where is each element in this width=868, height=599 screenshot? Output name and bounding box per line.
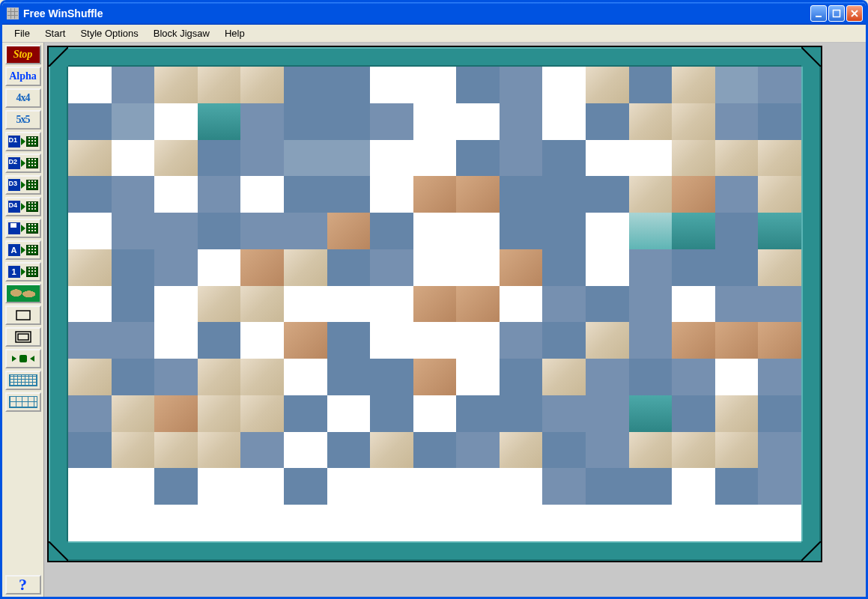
- puzzle-tile[interactable]: [456, 395, 500, 432]
- puzzle-tile[interactable]: [456, 213, 500, 249]
- puzzle-tile[interactable]: [629, 432, 673, 469]
- puzzle-tile[interactable]: [112, 286, 155, 323]
- stop-button[interactable]: Stop: [5, 45, 41, 64]
- puzzle-tile[interactable]: [370, 103, 413, 140]
- puzzle-tile[interactable]: [500, 140, 543, 177]
- swap-horizontal-button[interactable]: [5, 349, 41, 368]
- puzzle-tile[interactable]: [715, 286, 759, 323]
- puzzle-tile[interactable]: [198, 322, 241, 359]
- puzzle-tile[interactable]: [456, 432, 500, 469]
- puzzle-tile[interactable]: [629, 286, 673, 323]
- puzzle-tile[interactable]: [154, 359, 198, 395]
- letter-grid-button[interactable]: A: [5, 240, 41, 260]
- puzzle-tile[interactable]: [240, 176, 284, 213]
- puzzle-tile[interactable]: [68, 468, 112, 505]
- puzzle-tile[interactable]: [154, 468, 198, 505]
- puzzle-tile[interactable]: [198, 103, 241, 140]
- puzzle-tile[interactable]: [542, 249, 586, 286]
- puzzle-tile[interactable]: [240, 213, 284, 249]
- puzzle-tile[interactable]: [154, 176, 198, 213]
- puzzle-tile[interactable]: [68, 213, 112, 249]
- puzzle-tile[interactable]: [370, 140, 413, 177]
- menu-style-options[interactable]: Style Options: [73, 26, 145, 40]
- puzzle-tile[interactable]: [586, 359, 629, 395]
- puzzle-tile[interactable]: [672, 249, 715, 286]
- puzzle-tile[interactable]: [456, 359, 500, 395]
- puzzle-tile[interactable]: [456, 67, 500, 103]
- puzzle-tile[interactable]: [370, 432, 413, 469]
- puzzle-tile[interactable]: [715, 322, 759, 359]
- puzzle-tile[interactable]: [68, 505, 112, 541]
- puzzle-tile[interactable]: [240, 322, 284, 359]
- puzzle-tile[interactable]: [112, 213, 155, 249]
- puzzle-tile[interactable]: [672, 468, 715, 505]
- puzzle-tile[interactable]: [154, 67, 198, 103]
- puzzle-tile[interactable]: [198, 176, 241, 213]
- puzzle-tile[interactable]: [758, 359, 801, 395]
- puzzle-tile[interactable]: [758, 395, 801, 432]
- puzzle-tile[interactable]: [500, 359, 543, 395]
- puzzle-tile[interactable]: [586, 468, 629, 505]
- puzzle-tile[interactable]: [542, 176, 586, 213]
- puzzle-tile[interactable]: [629, 103, 673, 140]
- puzzle-tile[interactable]: [112, 359, 155, 395]
- puzzle-tile[interactable]: [198, 359, 241, 395]
- alpha-button[interactable]: Alpha: [5, 67, 41, 86]
- puzzle-tile[interactable]: [198, 213, 241, 249]
- puzzle-tile[interactable]: [672, 67, 715, 103]
- puzzle-tile[interactable]: [586, 176, 629, 213]
- puzzle-tile[interactable]: [240, 359, 284, 395]
- puzzle-tile[interactable]: [154, 432, 198, 469]
- puzzle-tile[interactable]: [240, 103, 284, 140]
- puzzle-tile[interactable]: [413, 395, 457, 432]
- puzzle-tile[interactable]: [542, 286, 586, 323]
- puzzle-tile[interactable]: [542, 505, 586, 541]
- puzzle-tile[interactable]: [500, 213, 543, 249]
- puzzle-tile[interactable]: [327, 286, 371, 323]
- puzzle-tile[interactable]: [370, 395, 413, 432]
- puzzle-tile[interactable]: [284, 213, 327, 249]
- puzzle-tile[interactable]: [154, 140, 198, 177]
- puzzle-tile[interactable]: [500, 249, 543, 286]
- puzzle-tile[interactable]: [715, 103, 759, 140]
- puzzle-tile[interactable]: [112, 432, 155, 469]
- puzzle-tile[interactable]: [284, 432, 327, 469]
- puzzle-tile[interactable]: [284, 395, 327, 432]
- puzzle-tile[interactable]: [715, 213, 759, 249]
- puzzle-tile[interactable]: [500, 286, 543, 323]
- puzzle-tile[interactable]: [456, 286, 500, 323]
- puzzle-tile[interactable]: [672, 213, 715, 249]
- help-button[interactable]: ?: [5, 575, 41, 595]
- puzzle-tile[interactable]: [198, 395, 241, 432]
- rect-frame-button[interactable]: [5, 327, 41, 347]
- puzzle-tile[interactable]: [68, 103, 112, 140]
- puzzle-tile[interactable]: [542, 359, 586, 395]
- puzzle-tile[interactable]: [370, 359, 413, 395]
- puzzle-tile[interactable]: [284, 359, 327, 395]
- puzzle-tile[interactable]: [672, 140, 715, 177]
- puzzle-tile[interactable]: [154, 322, 198, 359]
- puzzle-tile[interactable]: [284, 140, 327, 177]
- puzzle-tile[interactable]: [284, 322, 327, 359]
- puzzle-tile[interactable]: [629, 505, 673, 541]
- puzzle-tile[interactable]: [586, 432, 629, 469]
- puzzle-tile[interactable]: [715, 176, 759, 213]
- preset-d1-button[interactable]: D1: [5, 132, 41, 151]
- puzzle-tile[interactable]: [112, 505, 155, 541]
- puzzle-tile[interactable]: [500, 322, 543, 359]
- puzzle-tile[interactable]: [68, 432, 112, 469]
- puzzle-tile[interactable]: [370, 249, 413, 286]
- puzzle-tile[interactable]: [542, 67, 586, 103]
- puzzle-tile[interactable]: [586, 103, 629, 140]
- preset-d3-button[interactable]: D3: [5, 175, 41, 195]
- puzzle-tile[interactable]: [327, 505, 371, 541]
- puzzle-tile[interactable]: [240, 395, 284, 432]
- number-grid-button[interactable]: 1: [5, 262, 41, 282]
- puzzle-tile[interactable]: [586, 249, 629, 286]
- puzzle-tile[interactable]: [413, 67, 457, 103]
- puzzle-tile[interactable]: [586, 395, 629, 432]
- puzzle-tile[interactable]: [758, 176, 801, 213]
- puzzle-tile[interactable]: [629, 359, 673, 395]
- puzzle-tile[interactable]: [672, 103, 715, 140]
- puzzle-tile[interactable]: [629, 140, 673, 177]
